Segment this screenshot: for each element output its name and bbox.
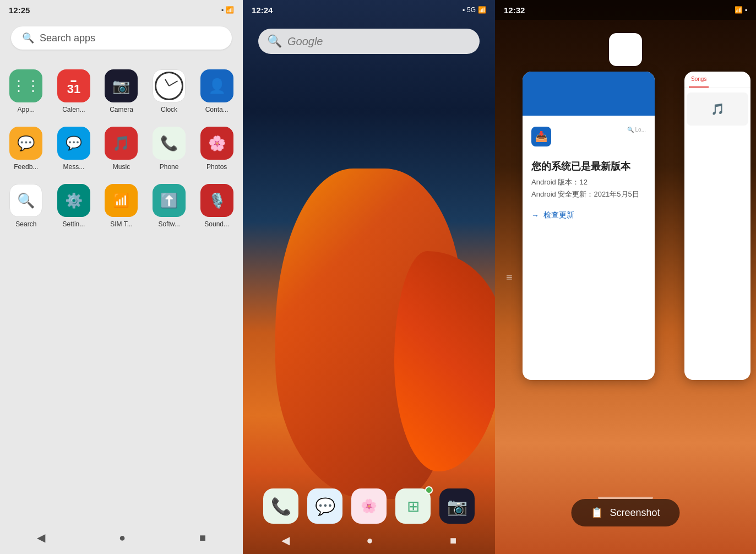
card-settings-link[interactable]: → 检查更新: [531, 210, 646, 220]
status-icons-2: ▪ 5G 📶: [463, 6, 486, 14]
status-bar-1: 12:25 ▪ 📶: [0, 0, 243, 20]
nav-home-button[interactable]: ●: [108, 527, 137, 548]
signal-icon: 📶: [226, 6, 234, 14]
search-icon: 🔍: [22, 32, 34, 44]
camera-icon: 📷: [447, 497, 467, 516]
nav-home-button-2[interactable]: ●: [355, 530, 384, 551]
nav-recents-button[interactable]: ■: [188, 527, 217, 548]
recents-menu-icon[interactable]: ≡: [506, 271, 513, 284]
app-label-camera: Camera: [110, 106, 133, 113]
dock-messages[interactable]: 💬: [307, 488, 342, 524]
signal-5g-icon: 5G: [467, 6, 476, 14]
status-time-1: 12:25: [9, 6, 30, 15]
app-icon-calendar: ▬ 31: [57, 69, 90, 102]
app-item-calendar[interactable]: ▬ 31 Calen...: [52, 65, 96, 118]
card-settings-link-text: 检查更新: [543, 210, 574, 220]
app-icon-softwareupdate: ⬆️: [153, 184, 186, 217]
app-item-clock[interactable]: Clock: [148, 65, 191, 118]
nav-recents-button-2[interactable]: ■: [439, 530, 467, 551]
app-label-applist: App...: [18, 106, 35, 113]
status-icons-3: 📶 ▪: [735, 6, 747, 14]
recents-panel: 12:32 📶 ▪ 📥 🔍 Lo... 您的系统已是最新版本 Android 版…: [495, 0, 756, 554]
menu-lines-icon: ≡: [506, 271, 513, 283]
apps-badge: [425, 486, 433, 494]
app-icon-contacts: 👤: [200, 69, 233, 102]
app-label-phone: Phone: [160, 163, 179, 171]
google-search-bar[interactable]: 🔍 Google: [258, 29, 480, 54]
screenshot-button[interactable]: 📋 Screenshot: [571, 499, 679, 526]
app-label-softwareupdate: Softw...: [158, 220, 180, 228]
battery-icon: ▪: [221, 6, 224, 14]
app-item-messages[interactable]: 💬 Mess...: [52, 122, 96, 175]
app-item-camera[interactable]: 📷 Camera: [100, 65, 143, 118]
card-settings-content: 📥 🔍 Lo... 您的系统已是最新版本 Android 版本：12 Andro…: [523, 116, 655, 231]
screenshot-icon: 📋: [591, 507, 603, 519]
music-tab-songs: Songs: [689, 72, 709, 88]
battery-icon-3: ▪: [745, 6, 747, 14]
app-item-search[interactable]: 🔍 Search: [4, 180, 48, 232]
app-label-simtoolkit: SIM T...: [110, 220, 132, 228]
app-item-settings[interactable]: ⚙️ Settin...: [52, 180, 96, 232]
app-item-soundrecorder[interactable]: 🎙️ Sound...: [195, 180, 238, 232]
nav-back-button[interactable]: ◀: [26, 526, 56, 548]
app-label-messages: Mess...: [63, 163, 85, 171]
app-label-calendar: Calen...: [62, 106, 85, 113]
app-icon-applist: ⋮⋮: [9, 69, 42, 102]
app-item-feedback[interactable]: 💬 Feedb...: [4, 122, 48, 175]
app-item-applist[interactable]: ⋮⋮ App...: [4, 65, 48, 118]
apps-grid-icon: ⊞: [407, 497, 420, 515]
status-time-3: 12:32: [504, 6, 525, 15]
dock-phone[interactable]: 📞: [263, 488, 298, 524]
app-search-bar[interactable]: 🔍 Search apps: [11, 26, 232, 50]
app-drawer-panel: 12:25 ▪ 📶 🔍 Search apps ⋮⋮ App... ▬ 31 C…: [0, 0, 243, 554]
app-item-photos[interactable]: 🌸 Photos: [195, 122, 238, 175]
recent-card-settings[interactable]: 📥 🔍 Lo... 您的系统已是最新版本 Android 版本：12 Andro…: [523, 72, 655, 380]
photos-icon: 🌸: [361, 498, 377, 514]
card-settings-header: [523, 72, 655, 116]
dock-camera[interactable]: 📷: [439, 488, 475, 524]
dock: 📞 💬 🌸 ⊞ 📷: [263, 488, 475, 524]
nav-back-button-2[interactable]: ◀: [270, 529, 301, 551]
nav-bar-1: ◀ ● ■: [0, 521, 243, 554]
music-note-icon: 🎵: [711, 102, 725, 116]
music-tab-bar: Songs: [684, 72, 750, 88]
status-time-2: 12:24: [252, 6, 273, 15]
app-item-contacts[interactable]: 👤 Conta...: [195, 65, 238, 118]
screenshot-line: [598, 497, 653, 499]
app-icon-clock: [153, 69, 186, 102]
google-text: Google: [287, 35, 323, 48]
app-grid: ⋮⋮ App... ▬ 31 Calen... 📷 Camera: [0, 56, 243, 241]
app-icon-camera: 📷: [105, 69, 138, 102]
home-shape-2: [394, 251, 495, 471]
app-item-simtoolkit[interactable]: 📶 SIM T...: [100, 180, 143, 232]
app-label-soundrecorder: Sound...: [204, 220, 229, 228]
dock-apps[interactable]: ⊞: [395, 488, 431, 524]
app-icon-soundrecorder: 🎙️: [200, 184, 233, 217]
app-icon-settings: ⚙️: [57, 184, 90, 217]
card-phone-icon: 📥: [531, 127, 551, 146]
app-icon-phone: 📞: [153, 127, 186, 160]
dock-photos[interactable]: 🌸: [351, 488, 387, 524]
status-bar-3: 12:32 📶 ▪: [495, 0, 756, 20]
app-item-phone[interactable]: 📞 Phone: [148, 122, 191, 175]
app-icon-simtoolkit: 📶: [105, 184, 138, 217]
app-label-settings: Settin...: [63, 220, 85, 228]
recent-app-icon-top: [609, 33, 642, 66]
recent-card-music[interactable]: Songs 🎵: [684, 72, 750, 380]
search-bar-label: Search apps: [40, 32, 95, 44]
app-icon-music: 🎵: [105, 127, 138, 160]
music-content: 🎵: [684, 88, 750, 128]
nav-bar-2: ◀ ● ■: [243, 526, 495, 554]
app-label-contacts: Conta...: [205, 106, 229, 113]
app-item-music[interactable]: 🎵 Music: [100, 122, 143, 175]
wifi-icon: 📶: [735, 6, 743, 14]
app-icon-messages: 💬: [57, 127, 90, 160]
app-label-clock: Clock: [161, 106, 177, 113]
app-icon-photos: 🌸: [200, 127, 233, 160]
battery-icon-2: ▪: [463, 6, 465, 14]
app-item-softwareupdate[interactable]: ⬆️ Softw...: [148, 180, 191, 232]
app-label-search: Search: [15, 220, 36, 228]
status-bar-2: 12:24 ▪ 5G 📶: [243, 0, 495, 20]
app-label-feedback: Feedb...: [14, 163, 38, 171]
signal-bars-icon: 📶: [478, 6, 486, 14]
